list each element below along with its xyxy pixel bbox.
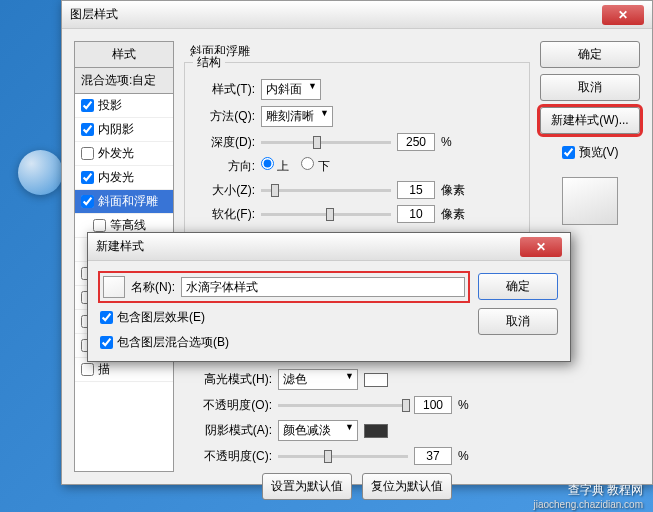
watermark-main: 查字典 教程网 [533,482,643,499]
style-label: 内阴影 [98,121,134,138]
shadow-color-swatch[interactable] [364,424,388,438]
technique-select[interactable]: 雕刻清晰 [261,106,333,127]
slider-thumb[interactable] [326,208,334,221]
checkbox[interactable] [81,123,94,136]
checkbox[interactable] [81,171,94,184]
style-label: 样式(T): [195,81,255,98]
include-effects-checkbox[interactable] [100,311,113,324]
unit: % [458,449,469,463]
style-item-inner-glow[interactable]: 内发光 [75,166,173,190]
cancel-button[interactable]: 取消 [540,74,640,101]
highlight-opacity-input[interactable] [414,396,452,414]
style-label: 投影 [98,97,122,114]
shadow-mode-label: 阴影模式(A): [184,422,272,439]
checkbox[interactable] [81,195,94,208]
radio[interactable] [301,157,314,170]
highlight-opacity-slider[interactable] [278,404,408,407]
bevel-title: 斜面和浮雕 [184,41,530,62]
shadow-mode-select[interactable]: 颜色减淡 [278,420,358,441]
direction-down-radio[interactable]: 下 [301,157,329,175]
highlight-opacity-label: 不透明度(O): [184,397,272,414]
checkbox[interactable] [81,99,94,112]
sub-cancel-button[interactable]: 取消 [478,308,558,335]
depth-unit: % [441,135,452,149]
close-icon: ✕ [618,8,628,22]
shadow-opacity-slider[interactable] [278,455,408,458]
include-blend-checkbox[interactable] [100,336,113,349]
style-item-inner-shadow[interactable]: 内阴影 [75,118,173,142]
select-value: 内斜面 [266,82,302,96]
checkbox[interactable] [81,147,94,160]
style-label: 斜面和浮雕 [98,193,158,210]
style-label: 内发光 [98,169,134,186]
direction-up-radio[interactable]: 上 [261,157,289,175]
preview-label: 预览(V) [579,144,619,161]
soften-input[interactable] [397,205,435,223]
style-item-outer-glow[interactable]: 外发光 [75,142,173,166]
watermark-sub: jiaocheng.chazidian.com [533,499,643,510]
structure-label: 结构 [193,54,225,71]
soften-unit: 像素 [441,206,465,223]
close-button[interactable]: ✕ [602,5,644,25]
unit: % [458,398,469,412]
slider-thumb[interactable] [271,184,279,197]
include-blend-label: 包含图层混合选项(B) [117,334,229,351]
slider-thumb[interactable] [402,399,410,412]
sub-dialog-title: 新建样式 [96,238,144,255]
name-input[interactable] [181,277,465,297]
dialog-title: 图层样式 [70,6,118,23]
set-default-button[interactable]: 设置为默认值 [262,473,352,500]
shadow-opacity-input[interactable] [414,447,452,465]
new-style-button[interactable]: 新建样式(W)... [540,107,640,134]
shadow-opacity-label: 不透明度(C): [184,448,272,465]
radio-label: 上 [277,159,289,173]
radio-label: 下 [318,159,330,173]
water-drop-decoration [18,150,63,195]
close-icon: ✕ [536,240,546,254]
size-slider[interactable] [261,189,391,192]
preview-swatch [562,177,618,225]
depth-label: 深度(D): [195,134,255,151]
size-input[interactable] [397,181,435,199]
highlight-mode-label: 高光模式(H): [184,371,272,388]
preview-checkbox[interactable] [562,146,575,159]
titlebar[interactable]: 图层样式 ✕ [62,1,652,29]
highlight-color-swatch[interactable] [364,373,388,387]
blend-options-header[interactable]: 混合选项:自定 [75,68,173,94]
sub-titlebar[interactable]: 新建样式 ✕ [88,233,570,261]
checkbox[interactable] [93,219,106,232]
style-label: 描 [98,361,110,378]
new-style-dialog: 新建样式 ✕ 名称(N): 包含图层效果(E) 包含图层混合选项(B) 确定 取… [87,232,571,362]
direction-label: 方向: [195,158,255,175]
structure-fieldset: 结构 样式(T): 内斜面 方法(Q): 雕刻清晰 深度(D): % 方向: [184,62,530,240]
select-value: 颜色减淡 [283,423,331,437]
depth-input[interactable] [397,133,435,151]
style-item-bevel-emboss[interactable]: 斜面和浮雕 [75,190,173,214]
radio[interactable] [261,157,274,170]
soften-slider[interactable] [261,213,391,216]
sub-close-button[interactable]: ✕ [520,237,562,257]
style-item-drop-shadow[interactable]: 投影 [75,94,173,118]
reset-default-button[interactable]: 复位为默认值 [362,473,452,500]
select-value: 雕刻清晰 [266,109,314,123]
watermark: 查字典 教程网 jiaocheng.chazidian.com [533,482,643,510]
size-label: 大小(Z): [195,182,255,199]
checkbox[interactable] [81,363,94,376]
name-label: 名称(N): [131,279,175,296]
style-label: 外发光 [98,145,134,162]
slider-thumb[interactable] [324,450,332,463]
styles-header: 样式 [75,42,173,68]
include-effects-label: 包含图层效果(E) [117,309,205,326]
slider-thumb[interactable] [313,136,321,149]
highlight-mode-select[interactable]: 滤色 [278,369,358,390]
technique-label: 方法(Q): [195,108,255,125]
sub-ok-button[interactable]: 确定 [478,273,558,300]
size-unit: 像素 [441,182,465,199]
soften-label: 软化(F): [195,206,255,223]
depth-slider[interactable] [261,141,391,144]
select-value: 滤色 [283,372,307,386]
style-select[interactable]: 内斜面 [261,79,321,100]
style-preview-icon [103,276,125,298]
ok-button[interactable]: 确定 [540,41,640,68]
